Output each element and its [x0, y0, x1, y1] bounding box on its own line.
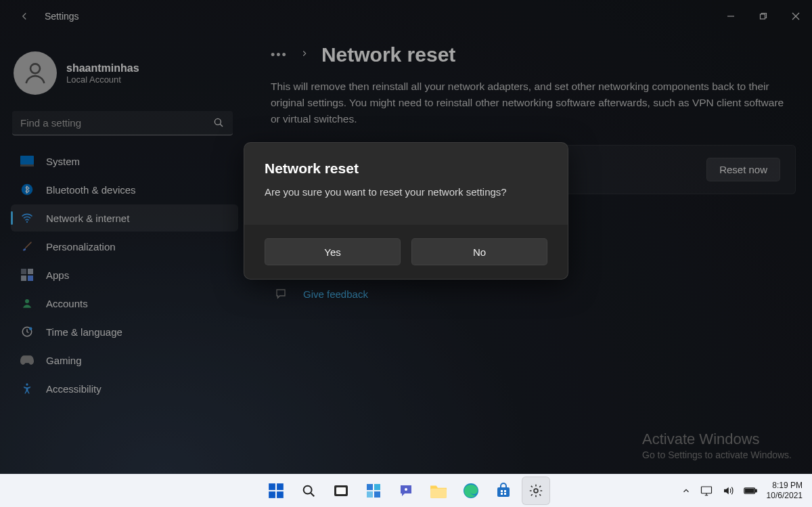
svg-rect-37 — [504, 490, 506, 492]
taskbar: 8:19 PM 10/6/2021 — [0, 474, 812, 507]
svg-point-40 — [534, 489, 538, 493]
svg-rect-36 — [501, 490, 503, 492]
svg-rect-38 — [501, 493, 503, 495]
svg-line-25 — [311, 493, 314, 496]
svg-rect-23 — [277, 491, 284, 498]
svg-rect-20 — [269, 483, 275, 490]
store-icon — [495, 483, 512, 499]
svg-point-24 — [304, 486, 312, 494]
gear-icon — [528, 483, 543, 498]
battery-icon — [744, 486, 757, 495]
svg-rect-43 — [755, 489, 757, 491]
tray-date: 10/6/2021 — [767, 491, 803, 501]
taskbar-store-button[interactable] — [489, 477, 518, 505]
volume-icon — [722, 485, 734, 497]
search-icon — [301, 483, 316, 498]
modal-title: Network reset — [265, 160, 547, 177]
modal-overlay: Network reset Are you sure you want to r… — [0, 0, 812, 474]
edge-icon — [463, 483, 479, 499]
taskview-icon — [333, 483, 349, 499]
yes-button[interactable]: Yes — [265, 238, 401, 265]
tray-overflow-button[interactable] — [681, 486, 691, 495]
chat-icon — [398, 483, 414, 499]
chevron-up-icon — [681, 486, 691, 495]
taskbar-settings-button[interactable] — [522, 477, 550, 505]
svg-rect-21 — [277, 483, 284, 490]
confirm-dialog: Network reset Are you sure you want to r… — [244, 142, 568, 280]
folder-icon — [430, 483, 447, 499]
svg-rect-41 — [701, 487, 711, 493]
svg-rect-39 — [504, 493, 506, 495]
svg-rect-27 — [336, 487, 346, 494]
widgets-icon — [365, 483, 382, 499]
taskbar-center — [262, 475, 550, 507]
svg-rect-29 — [374, 484, 380, 490]
svg-rect-22 — [269, 491, 275, 498]
svg-rect-30 — [367, 491, 373, 498]
tray-time: 8:19 PM — [767, 481, 803, 491]
taskbar-taskview-button[interactable] — [327, 477, 355, 505]
svg-rect-33 — [430, 489, 447, 498]
svg-rect-44 — [745, 489, 754, 493]
tray-volume-icon[interactable] — [722, 485, 734, 497]
taskbar-tray: 8:19 PM 10/6/2021 — [681, 481, 812, 501]
taskbar-chat-button[interactable] — [392, 477, 420, 505]
taskbar-widgets-button[interactable] — [359, 477, 388, 505]
svg-rect-28 — [367, 484, 373, 490]
taskbar-edge-button[interactable] — [457, 477, 485, 505]
svg-point-32 — [405, 488, 407, 491]
svg-rect-35 — [497, 487, 510, 497]
monitor-icon — [700, 485, 713, 496]
taskbar-search-button[interactable] — [294, 477, 323, 505]
taskbar-start-button[interactable] — [262, 477, 290, 505]
tray-battery-icon[interactable] — [744, 486, 757, 495]
settings-window: Settings shaantminhas Local Account — [0, 0, 812, 474]
tray-clock[interactable]: 8:19 PM 10/6/2021 — [767, 481, 803, 501]
windows-icon — [267, 482, 285, 500]
taskbar-explorer-button[interactable] — [424, 477, 453, 505]
tray-network-icon[interactable] — [700, 485, 713, 496]
svg-rect-31 — [374, 491, 380, 498]
no-button[interactable]: No — [411, 238, 547, 265]
modal-text: Are you sure you want to reset your netw… — [265, 186, 547, 198]
